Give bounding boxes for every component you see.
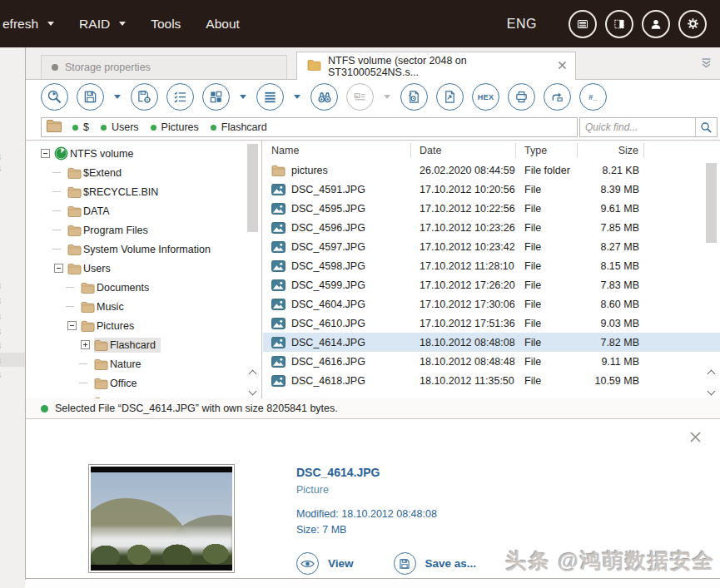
tree-item[interactable]: Office [26,373,261,393]
list-scrollbar[interactable] [705,163,718,396]
view-blocks-icon[interactable] [202,83,230,111]
view-list-icon[interactable] [256,83,284,111]
tree-item[interactable]: Users [26,259,261,278]
save-config-icon[interactable] [131,83,158,111]
tree-item[interactable]: Nature [26,354,261,373]
tree-expander[interactable] [81,378,90,388]
tree-expander[interactable] [81,359,90,368]
goto-icon[interactable] [544,83,571,111]
breadcrumb-item[interactable]: Pictures [151,121,199,133]
tree-scrollbar-thumb[interactable] [247,144,258,232]
sector-icon[interactable]: #_ [579,83,607,111]
quick-find [579,117,718,137]
tree-item[interactable]: Documents [26,278,261,297]
menu-item[interactable]: efresh [0,17,67,32]
folder-icon [67,225,83,236]
scroll-down-icon[interactable] [708,388,716,396]
tab-storage-properties[interactable]: Storage properties [41,55,287,79]
print-icon[interactable] [508,83,535,111]
preview-pane-icon[interactable] [346,83,374,111]
image-file-icon [271,260,286,272]
tree-item[interactable]: NTFS volume [26,144,261,163]
close-tab-icon[interactable] [558,61,567,72]
quick-find-input[interactable] [580,118,695,136]
file-row[interactable]: DSC_4596.JPG 17.10.2012 10:23:26 File 7.… [263,218,720,237]
file-row[interactable]: DSC_4604.JPG 17.10.2012 17:30:06 File 8.… [263,294,720,314]
tree-expander[interactable] [54,187,63,196]
tree-expander[interactable] [54,168,63,177]
file-row[interactable]: DSC_4598.JPG 17.10.2012 11:28:10 File 8.… [263,256,720,275]
app-window: efresh RAID Tools About ENG [0,0,720,588]
breadcrumb-item[interactable]: Users [101,121,139,133]
layout-panel-icon[interactable] [605,10,633,38]
tree-item[interactable]: $RECYCLE.BIN [26,182,261,201]
tree-expander[interactable] [41,149,50,158]
file-row[interactable]: DSC_4597.JPG 17.10.2012 10:23:42 File 8.… [263,237,720,256]
tree-item[interactable]: Pictures [26,316,261,335]
view-blocks-dropdown-icon[interactable] [240,95,246,99]
list-scrollbar-thumb[interactable] [706,163,717,243]
path-row: $ Users Pictures Flashcard [26,114,720,140]
scroll-down-icon[interactable] [249,388,257,396]
save-dropdown-icon[interactable] [114,95,121,99]
news-icon[interactable] [569,10,597,38]
tree-item[interactable]: System Volume Information [26,240,261,259]
menu-item[interactable]: About [193,17,252,32]
save-as-button[interactable]: Save as... [394,552,477,575]
save-icon[interactable] [77,83,104,111]
file-row[interactable]: pictures 26.02.2020 08:44:59 File folder… [263,161,720,180]
tree-expander[interactable] [54,206,63,215]
view-button[interactable]: View [296,552,354,575]
breadcrumb-item[interactable]: Flashcard [211,121,267,133]
file-row[interactable]: DSC_4599.JPG 17.10.2012 17:26:20 File 7.… [263,275,720,294]
tree-expander[interactable] [67,283,77,292]
preview-pane-dropdown-icon[interactable] [384,95,390,99]
file-row[interactable]: DSC_4595.JPG 17.10.2012 10:22:56 File 9.… [263,199,720,218]
tree-expander[interactable] [54,225,63,235]
column-header-name[interactable]: Name [263,143,411,158]
language-selector[interactable]: ENG [507,17,537,32]
column-header-size[interactable]: Size [578,143,644,158]
close-preview-icon[interactable] [689,431,702,447]
menu-dropdown-icon[interactable] [47,22,54,26]
file-export-icon[interactable] [436,83,464,111]
file-row[interactable]: DSC_4618.JPG 18.10.2012 11:35:50 File 10… [263,371,720,390]
scroll-up-icon[interactable] [708,370,716,378]
tree-expander[interactable] [54,264,63,273]
scroll-up-icon[interactable] [249,370,257,378]
file-tools-icon[interactable] [400,83,428,111]
menu-item[interactable]: RAID [67,17,138,32]
tree-expander[interactable] [81,340,90,349]
file-row[interactable]: DSC_4614.JPG 18.10.2012 08:48:08 File 7.… [263,333,720,352]
settings-gear-icon[interactable] [678,10,707,38]
column-header-date[interactable]: Date [411,143,516,158]
menu-dropdown-icon[interactable] [119,22,126,26]
file-row[interactable]: DSC_4591.JPG 17.10.2012 10:20:56 File 8.… [263,180,720,199]
find-icon[interactable] [310,83,338,111]
preview-thumbnail[interactable] [88,464,235,573]
breadcrumb-item[interactable]: $ [72,121,89,133]
tree-item[interactable]: DATA [26,201,261,220]
menu-item[interactable]: Tools [138,17,193,32]
file-row[interactable]: DSC_4610.JPG 17.10.2012 17:51:36 File 9.… [263,314,720,333]
cut-off-text: 3 [0,281,1,291]
tree-expander[interactable] [67,321,77,330]
folder-icon [67,263,83,274]
tree-scrollbar[interactable] [246,144,259,396]
tree-item[interactable]: $Extend [26,163,261,182]
tab-ntfs-volume[interactable]: NTFS volume (sector 2048 on ST31000524NS… [296,52,576,80]
tree-item[interactable]: Flashcard [26,335,261,354]
view-list-dropdown-icon[interactable] [294,95,300,99]
task-list-icon[interactable] [166,83,194,111]
user-icon[interactable] [642,10,670,38]
tree-expander[interactable] [54,245,63,254]
tree-expander[interactable] [67,302,77,311]
file-row[interactable]: DSC_4616.JPG 18.10.2012 08:48:48 File 9.… [263,352,720,371]
quick-find-search-icon[interactable] [695,118,717,136]
tree-item[interactable]: Program Files [26,220,261,240]
column-header-type[interactable]: Type [516,143,578,158]
hex-icon[interactable]: HEX [472,83,499,111]
tab-list-icon[interactable] [701,57,712,72]
tree-item[interactable]: Music [26,297,261,316]
scan-icon[interactable] [41,83,68,111]
